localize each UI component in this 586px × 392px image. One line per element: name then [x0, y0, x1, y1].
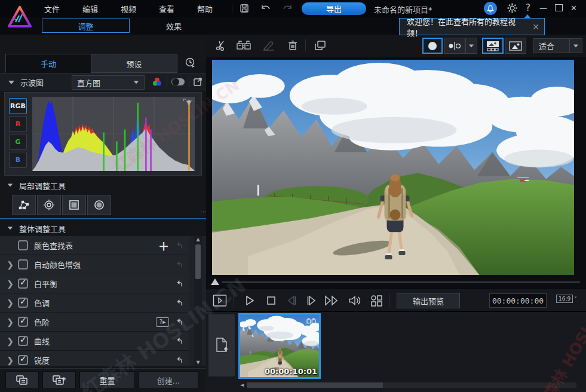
rgb-channels-icon[interactable] [151, 76, 163, 87]
compare-dropdown-arrow[interactable] [465, 38, 477, 54]
adjustment-row-sharpness[interactable]: ❯ 锐度 [0, 351, 189, 366]
seek-track[interactable] [222, 281, 580, 283]
compare-view-icon[interactable] [312, 38, 328, 53]
menu-file[interactable]: 文件 [33, 3, 71, 14]
undo-icon[interactable] [175, 356, 184, 365]
scroll-down-icon[interactable]: ▼ [194, 359, 202, 366]
circle-mask-tool[interactable] [87, 195, 111, 215]
adjustment-row-color-lut[interactable]: 颜色查找表 ＋ [0, 236, 189, 255]
minimize-button[interactable]: — [539, 4, 547, 13]
zoom-fit-dropdown[interactable]: 适合 [533, 38, 582, 53]
adjustment-row-levels[interactable]: ❯ 色阶 ?▸ [0, 313, 189, 332]
close-button[interactable]: ✕ [570, 4, 577, 13]
undo-icon[interactable] [175, 298, 184, 307]
clipping-warning-icon[interactable] [183, 99, 192, 106]
menu-view[interactable]: 查看 [148, 3, 186, 14]
compare-toggle-icon[interactable] [171, 78, 185, 86]
add-lut-icon[interactable]: ＋ [158, 238, 169, 253]
split-clip-scissors-icon[interactable] [213, 38, 229, 53]
scope-mode-dropdown[interactable]: 直方图 [72, 75, 145, 90]
adjustment-row-auto-color[interactable]: ❯ 自动颜色增强 [0, 255, 189, 274]
channel-r-button[interactable]: R [9, 116, 27, 132]
mask-polygon-tool[interactable] [12, 195, 36, 215]
create-button[interactable]: 创建... [139, 371, 198, 389]
checkbox[interactable] [18, 240, 28, 250]
zoom-select-grid-button[interactable] [369, 293, 384, 308]
scroll-left-icon[interactable]: ◄ [238, 382, 246, 388]
bin-scrollbar[interactable]: ◄ [238, 382, 576, 388]
video-frame[interactable] [212, 60, 574, 275]
view-with-filmstrip-button[interactable] [482, 38, 504, 54]
collapse-triangle-icon[interactable] [8, 81, 14, 84]
notification-bell-icon[interactable] [484, 2, 497, 15]
checkbox[interactable] [18, 355, 28, 365]
show-adjusted-button[interactable] [422, 38, 443, 54]
scroll-up-icon[interactable]: ▲ [194, 236, 202, 243]
save-icon[interactable] [238, 2, 251, 14]
reset-button[interactable]: 重置 [79, 371, 135, 389]
seek-bar[interactable] [208, 277, 584, 287]
adjustment-row-curves[interactable]: ❯ 曲线 [0, 332, 189, 351]
output-preview-button[interactable]: 输出预览 [397, 293, 460, 308]
preview-window-button[interactable] [212, 293, 228, 308]
settings-gear-icon[interactable] [507, 2, 518, 14]
stop-button[interactable] [263, 293, 279, 308]
tab-adjust[interactable]: 调整 [42, 19, 130, 33]
redo-icon[interactable] [281, 2, 294, 14]
square-mask-tool[interactable] [62, 195, 86, 215]
tab-effects[interactable]: 效果 [130, 19, 218, 33]
tab-preset[interactable]: 预设 [91, 54, 177, 73]
checkbox[interactable] [18, 278, 28, 289]
export-button[interactable]: 导出 [302, 2, 366, 15]
adjustment-row-tone[interactable]: ❯ 色调 [0, 293, 189, 313]
menu-video[interactable]: 视频 [109, 3, 148, 14]
copy-adjustments-button[interactable] [5, 371, 39, 389]
playhead-marker[interactable] [211, 278, 219, 285]
play-button[interactable] [242, 293, 257, 308]
maximize-button[interactable] [555, 4, 563, 13]
menu-help[interactable]: 帮助 [186, 3, 224, 14]
dropdown-arrow-icon[interactable] [569, 39, 582, 53]
history-clock-icon[interactable] [180, 55, 201, 71]
clip-thumbnail[interactable]: 00:00:10:01 [238, 313, 321, 379]
channel-rgb-button[interactable]: RGB [9, 98, 27, 114]
previous-frame-button[interactable] [284, 293, 299, 308]
radial-target-tool[interactable] [37, 195, 61, 215]
undo-icon[interactable] [175, 279, 184, 288]
help-icon[interactable]: ? [526, 2, 530, 13]
channel-b-button[interactable]: B [9, 152, 27, 168]
divider [232, 4, 232, 13]
undock-panel-icon[interactable] [193, 77, 203, 87]
checkbox[interactable] [18, 298, 28, 308]
aspect-ratio-selector[interactable]: 16:9 ˅ [556, 295, 577, 303]
panel-splitter-handle[interactable]: ⋮ [202, 209, 204, 215]
undo-icon[interactable] [175, 336, 184, 345]
tutorial-hint-icon[interactable]: ?▸ [156, 317, 169, 327]
paste-adjustments-button[interactable] [42, 371, 76, 389]
next-frame-button[interactable] [304, 293, 320, 308]
scroll-thumb[interactable] [247, 382, 383, 388]
local-tools-header[interactable]: 局部调整工具 [0, 178, 206, 192]
undo-icon[interactable] [259, 2, 272, 14]
global-tools-header[interactable]: 整体调整工具 [0, 221, 206, 235]
channel-g-button[interactable]: G [9, 134, 27, 150]
tab-manual[interactable]: 手动 [5, 54, 91, 73]
volume-button[interactable] [347, 293, 363, 308]
tooltip-close-icon[interactable]: ✕ [527, 22, 544, 32]
undo-icon[interactable] [175, 241, 184, 250]
scroll-thumb[interactable] [195, 244, 201, 279]
fast-forward-button[interactable] [324, 293, 340, 308]
split-compare-button[interactable] [444, 38, 465, 54]
checkbox[interactable] [18, 336, 28, 346]
splice-clips-icon[interactable] [236, 38, 251, 53]
menu-edit[interactable]: 编辑 [71, 3, 109, 14]
adjustment-row-white-balance[interactable]: ❯ 白平衡 [0, 274, 189, 293]
checkbox[interactable] [18, 259, 28, 270]
list-scrollbar[interactable]: ▲ ▼ [194, 236, 202, 366]
undo-icon[interactable] [175, 260, 184, 269]
undo-icon[interactable] [175, 317, 184, 326]
delete-trash-icon[interactable] [285, 38, 300, 53]
view-single-button[interactable] [505, 38, 526, 54]
import-media-button[interactable] [208, 314, 235, 376]
checkbox[interactable] [18, 317, 28, 327]
